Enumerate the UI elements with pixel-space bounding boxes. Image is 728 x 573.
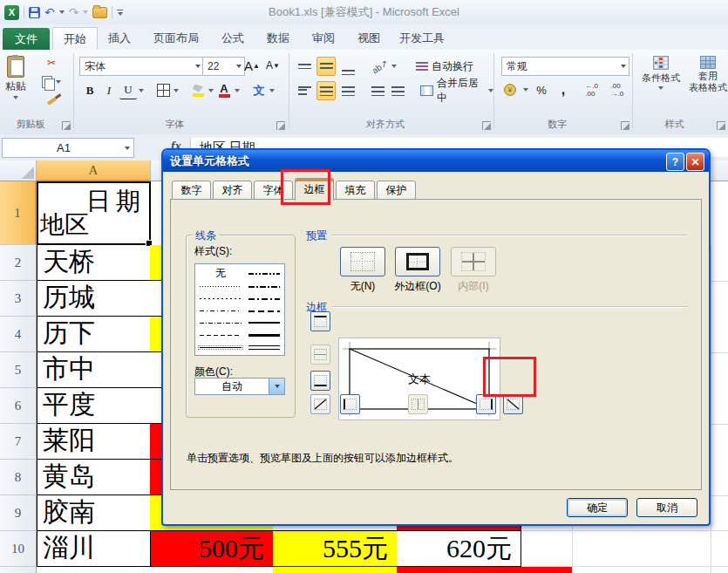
cell-a6[interactable]: 平度 [37,388,151,424]
font-color-dropdown-icon[interactable] [235,89,240,92]
row-header-4[interactable]: 4 [0,317,37,352]
clipboard-dialog-launcher-icon[interactable] [62,121,71,130]
ribbon-tab-formulas[interactable]: 公式 [211,27,255,50]
row-header-7[interactable]: 7 [0,424,37,460]
save-icon[interactable] [29,7,40,18]
row-header-3[interactable]: 3 [0,281,37,317]
font-name-combo[interactable]: 宋体 [79,57,204,76]
cell-a4[interactable]: 历下 [37,317,151,352]
bold-button[interactable]: B [81,82,99,99]
row-header-9[interactable]: 9 [0,495,37,531]
conditional-formatting-button[interactable]: 条件格式 [635,52,687,93]
underline-dropdown-icon[interactable] [139,89,144,92]
cell-a7[interactable]: 莱阳 [37,424,151,460]
cell-a9[interactable]: 胶南 [37,495,151,531]
border-inner-horizontal-button[interactable] [310,344,330,365]
border-left-button[interactable] [340,394,360,414]
row-header-8[interactable]: 8 [0,460,37,495]
qat-customize-icon[interactable] [117,10,123,16]
cell-d11[interactable] [397,567,572,573]
line-style-thin-solid-selected[interactable] [200,341,242,353]
font-dialog-launcher-icon[interactable] [276,121,285,130]
cell-a5[interactable]: 市中 [37,352,151,388]
comma-style-button[interactable]: , [555,81,572,99]
line-style-dotted[interactable] [200,293,242,305]
phonetic-button[interactable]: 文 [250,82,268,99]
borders-button[interactable] [154,82,172,99]
align-left-button[interactable] [295,81,314,100]
column-header-right[interactable] [711,160,728,181]
row-header-6[interactable]: 6 [0,388,37,424]
line-color-combo[interactable]: 自动 [194,378,285,395]
font-color-button[interactable]: A [215,82,233,99]
accounting-dropdown-icon[interactable] [523,88,528,92]
cell-b10[interactable]: 500元 [150,531,274,567]
styles-dialog-launcher-icon[interactable] [717,121,725,130]
border-inner-vertical-button[interactable] [408,394,428,414]
align-middle-button[interactable] [316,57,336,76]
orientation-button[interactable]: ab↗ [371,58,389,75]
underline-button[interactable]: U [119,81,137,99]
format-painter-button[interactable] [42,93,61,109]
open-icon[interactable] [92,7,107,18]
percent-style-button[interactable]: % [533,81,550,99]
cell-d10[interactable]: 620元 [397,531,521,567]
dialog-help-button[interactable]: ? [666,153,684,171]
wrap-text-button[interactable]: 自动换行 [416,58,473,75]
cancel-button[interactable]: 取消 [636,498,697,517]
combo-arrow-icon[interactable] [269,379,284,394]
preset-outline-button[interactable] [395,247,440,276]
preset-inside-button[interactable] [451,247,496,276]
preset-none-button[interactable] [340,247,385,276]
increase-indent-button[interactable] [390,82,407,99]
ribbon-tab-review[interactable]: 审阅 [302,27,345,50]
ribbon-tab-file[interactable]: 文件 [3,28,50,50]
fill-color-dropdown-icon[interactable] [208,89,214,92]
border-bottom-button[interactable] [310,371,330,391]
line-style-dashed[interactable] [200,329,242,341]
merge-center-button[interactable]: 合并后居中 [420,82,486,99]
row-header-11[interactable] [0,567,37,573]
ribbon-tab-developer[interactable]: 开发工具 [392,27,452,50]
line-style-dash-dot-medium[interactable] [248,293,280,305]
cell-a8[interactable]: 黄岛 [37,460,151,495]
fill-color-button[interactable] [189,82,207,99]
format-as-table-button[interactable]: 套用表格格式 [682,52,728,97]
align-top-button[interactable] [295,57,314,76]
line-style-fine-dotted[interactable] [200,281,242,293]
line-style-dash-dot[interactable] [200,317,242,329]
italic-button[interactable]: I [100,82,118,99]
paste-button[interactable]: 粘贴 [2,52,30,103]
cell-a3[interactable]: 历城 [37,281,151,317]
decrease-decimal-button[interactable]: .00 →.0 [611,81,632,99]
number-format-combo[interactable]: 常规 [501,57,629,76]
border-top-button[interactable] [310,311,330,331]
align-right-button[interactable] [338,81,357,100]
number-dialog-launcher-icon[interactable] [621,121,629,130]
ribbon-tab-page-layout[interactable]: 页面布局 [143,27,209,50]
row-header-10[interactable]: 10 [0,531,37,567]
line-style-dashed-medium[interactable] [248,305,280,317]
ok-button[interactable]: 确定 [567,498,628,517]
cell-c10[interactable]: 555元 [273,531,398,567]
orientation-dropdown-icon[interactable] [391,65,397,68]
phonetic-dropdown-icon[interactable] [269,89,275,92]
border-diagonal-down-button[interactable] [503,394,523,414]
alignment-dialog-launcher-icon[interactable] [482,121,491,130]
ribbon-tab-home[interactable]: 开始 [52,27,98,51]
dialog-tab-alignment[interactable]: 对齐 [213,181,252,200]
line-style-none[interactable]: 无 [200,266,242,281]
line-style-slant-dash-dot[interactable] [248,281,280,293]
cell-c11[interactable] [273,567,398,573]
decrease-indent-button[interactable] [370,82,387,99]
ribbon-tab-insert[interactable]: 插入 [98,27,141,50]
line-style-solid-medium[interactable] [248,317,280,329]
borders-dropdown-icon[interactable] [173,89,179,92]
dialog-tab-number[interactable]: 数字 [172,181,211,200]
line-style-dash-dot-dot-medium[interactable] [248,266,280,281]
align-bottom-button[interactable] [338,57,357,76]
border-diagonal-up-button[interactable] [310,394,330,414]
name-box[interactable]: A1 [2,138,134,158]
dialog-tab-fill[interactable]: 填充 [336,181,375,200]
accounting-format-button[interactable]: ¥ [501,81,519,99]
